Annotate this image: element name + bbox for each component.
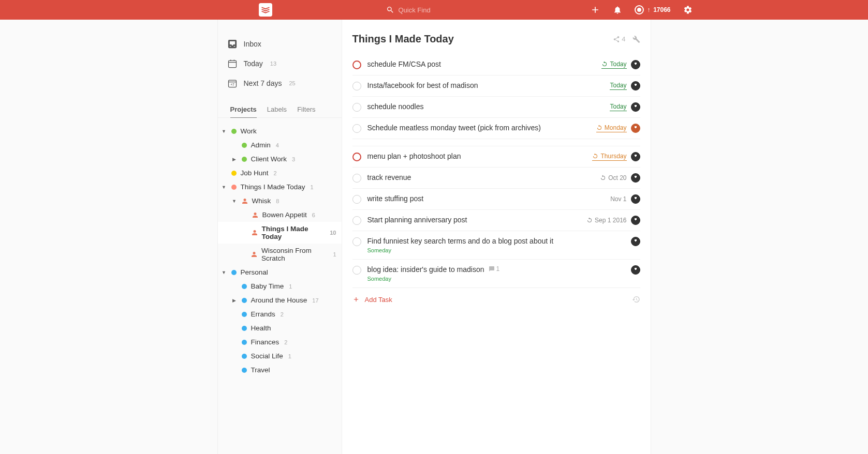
project-item[interactable]: ▼Personal xyxy=(218,265,342,279)
project-item[interactable]: ▶Client Work3 xyxy=(218,152,342,166)
assignee-avatar[interactable] xyxy=(631,173,640,183)
task-meta: Thursday xyxy=(592,152,640,161)
task-due[interactable]: Today xyxy=(610,82,626,90)
task-due[interactable]: Monday xyxy=(596,124,627,132)
nav-count: 13 xyxy=(270,60,276,67)
assignee-avatar[interactable] xyxy=(631,81,640,90)
notifications-icon[interactable] xyxy=(613,5,622,14)
history-icon[interactable] xyxy=(632,295,640,304)
task-due[interactable]: Thursday xyxy=(592,153,626,161)
wrench-icon[interactable] xyxy=(632,35,640,43)
project-item[interactable]: ▼Work xyxy=(218,124,342,138)
task-meta: Monday xyxy=(596,124,640,133)
task-checkbox[interactable] xyxy=(352,237,361,246)
project-label: Client Work xyxy=(251,155,287,163)
expand-arrow[interactable]: ▶ xyxy=(231,298,238,303)
task-row[interactable]: write stuffing postNov 1 xyxy=(352,189,640,210)
task-checkbox[interactable] xyxy=(352,103,361,112)
project-label: Things I Made Today xyxy=(241,183,305,191)
tab-filters[interactable]: Filters xyxy=(297,101,315,117)
task-checkbox[interactable] xyxy=(352,174,361,183)
add-task-icon[interactable] xyxy=(590,5,600,15)
project-item[interactable]: Admin4 xyxy=(218,138,342,152)
expand-arrow[interactable]: ▼ xyxy=(221,185,227,190)
assignee-avatar[interactable] xyxy=(631,237,640,246)
task-row[interactable]: Start planning anniversary postSep 1 201… xyxy=(352,210,640,231)
task-row[interactable]: menu plan + photoshoot planThursday xyxy=(352,146,640,168)
search-wrap xyxy=(386,6,580,14)
nav-next7[interactable]: +7 Next 7 days 25 xyxy=(218,73,342,93)
task-meta: Sep 1 2016 xyxy=(586,216,640,225)
task-due[interactable]: Today xyxy=(601,60,626,69)
task-row[interactable]: track revenueOct 20 xyxy=(352,168,640,189)
task-row[interactable]: schedule noodlesToday xyxy=(352,97,640,118)
tab-labels[interactable]: Labels xyxy=(267,101,287,117)
task-due[interactable]: Sep 1 2016 xyxy=(586,217,626,224)
project-item[interactable]: Social Life1 xyxy=(218,349,342,363)
nav-inbox[interactable]: Inbox xyxy=(218,34,342,54)
project-item[interactable]: Baby Time1 xyxy=(218,279,342,293)
task-row[interactable]: Schedule meatless monday tweet (pick fro… xyxy=(352,118,640,139)
project-item[interactable]: Things I Made Today10 xyxy=(218,222,342,244)
project-item[interactable]: Finances2 xyxy=(218,335,342,349)
assignee-avatar[interactable] xyxy=(631,194,640,204)
share-button[interactable]: 4 xyxy=(613,35,625,43)
task-title: blog idea: insider's guide to madison1 xyxy=(367,265,625,274)
assignee-avatar[interactable] xyxy=(631,152,640,161)
task-title: menu plan + photoshoot plan xyxy=(367,152,586,160)
assignee-avatar[interactable] xyxy=(631,102,640,112)
plus-icon xyxy=(352,296,360,303)
project-label: Social Life xyxy=(251,352,283,360)
task-row[interactable]: Find funniest key search terms and do a … xyxy=(352,231,640,260)
task-checkbox[interactable] xyxy=(352,60,361,69)
task-checkbox[interactable] xyxy=(352,153,361,161)
content-area: Things I Made Today 4 schedule FM/CSA po… xyxy=(342,20,651,454)
task-checkbox[interactable] xyxy=(352,124,361,133)
project-item[interactable]: ▼Things I Made Today1 xyxy=(218,180,342,194)
task-row[interactable]: Insta/facebook for best of madisonToday xyxy=(352,75,640,97)
task-checkbox[interactable] xyxy=(352,216,361,225)
project-item[interactable]: Wisconsin From Scratch1 xyxy=(218,244,342,265)
comment-badge[interactable]: 1 xyxy=(489,265,500,273)
expand-arrow[interactable]: ▼ xyxy=(221,270,227,275)
recur-icon xyxy=(601,61,608,67)
project-item[interactable]: Health xyxy=(218,321,342,335)
task-row[interactable]: schedule FM/CSA postToday xyxy=(352,54,640,75)
karma-indicator[interactable]: ↑ 17066 xyxy=(635,5,670,14)
task-section-divider xyxy=(352,139,640,146)
assignee-avatar[interactable] xyxy=(631,265,640,275)
project-count: 4 xyxy=(276,142,279,148)
project-item[interactable]: ▶Around the House17 xyxy=(218,293,342,307)
task-title: Schedule meatless monday tweet (pick fro… xyxy=(367,124,590,132)
task-due[interactable]: Nov 1 xyxy=(610,195,626,203)
task-due[interactable]: Oct 20 xyxy=(600,174,626,182)
project-item[interactable]: Job Hunt2 xyxy=(218,166,342,180)
project-item[interactable]: ▼Whisk8 xyxy=(218,194,342,208)
assignee-avatar[interactable] xyxy=(631,216,640,225)
task-tag: Someday xyxy=(367,247,625,253)
task-checkbox[interactable] xyxy=(352,82,361,90)
expand-arrow[interactable]: ▶ xyxy=(231,157,238,162)
gear-icon[interactable] xyxy=(683,5,693,14)
tab-projects[interactable]: Projects xyxy=(230,101,257,118)
task-due[interactable]: Today xyxy=(610,103,626,111)
assignee-avatar[interactable] xyxy=(631,124,640,133)
expand-arrow[interactable]: ▼ xyxy=(231,199,238,204)
assignee-avatar[interactable] xyxy=(631,60,640,69)
expand-arrow[interactable]: ▼ xyxy=(221,129,227,134)
project-item[interactable]: Travel xyxy=(218,363,342,377)
task-checkbox[interactable] xyxy=(352,195,361,204)
search-input[interactable] xyxy=(399,6,476,14)
task-title: Start planning anniversary post xyxy=(367,216,581,224)
project-color-dot xyxy=(231,171,237,176)
project-label: Bowen Appetit xyxy=(262,211,307,219)
project-item[interactable]: Errands2 xyxy=(218,307,342,321)
project-title: Things I Made Today xyxy=(352,33,454,45)
nav-today[interactable]: Today 13 xyxy=(218,54,342,73)
task-checkbox[interactable] xyxy=(352,266,361,275)
app-logo[interactable] xyxy=(259,3,272,17)
project-item[interactable]: Bowen Appetit6 xyxy=(218,208,342,222)
add-task-button[interactable]: Add Task xyxy=(352,296,392,304)
project-label: Around the House xyxy=(251,296,307,304)
task-row[interactable]: blog idea: insider's guide to madison1So… xyxy=(352,260,640,288)
